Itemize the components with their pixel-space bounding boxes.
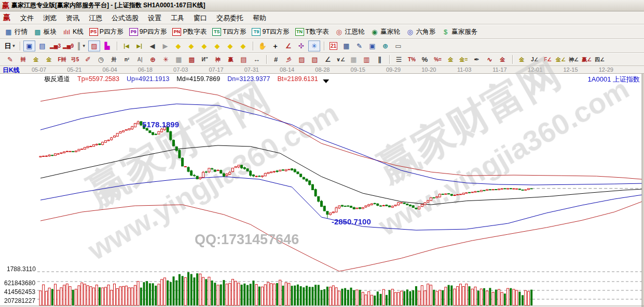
toolbar-button-gann-wheel[interactable]: ◎江恩轮 (335, 28, 365, 36)
angle-lines-icon[interactable]: ∠ (322, 54, 334, 65)
prev-bar-icon[interactable]: ◀ (146, 41, 158, 51)
toolbar-button-kline[interactable]: ılılK线 (62, 28, 84, 36)
shen-icon[interactable]: 神 (212, 54, 224, 65)
calculator-icon[interactable]: ▦ (340, 41, 352, 51)
step3-chart-icon[interactable]: ▂▅3 (49, 41, 61, 51)
pattern-map-icon[interactable]: ▨ (88, 41, 100, 51)
trend-pen-icon[interactable]: ✎ (4, 54, 16, 65)
diamond-expand-icon[interactable]: ◆ (237, 41, 249, 51)
wave-band-icon[interactable]: ∿ (484, 54, 496, 65)
gold-line-icon[interactable]: 金= (458, 54, 470, 65)
menu-item-browse[interactable]: 浏览 (38, 13, 61, 23)
f-fence-icon[interactable]: F卌 (56, 54, 68, 65)
time-clock-icon[interactable]: ◷ (95, 54, 107, 65)
burst-icon[interactable]: ✳ (160, 54, 172, 65)
toolbar-button-winner-service[interactable]: $赢家服务 (441, 28, 477, 36)
mirror-a-icon[interactable]: A| (134, 54, 146, 65)
gold-base-icon[interactable]: 金 (516, 54, 528, 65)
title-bar[interactable]: 赢 赢家江恩专业版[赢家内部服务平台] - [上证指数 SH1A0001-167… (0, 0, 644, 11)
menu-item-window-menu[interactable]: 窗口 (189, 13, 212, 23)
square-grid-icon[interactable]: ▦ (348, 54, 360, 65)
gold-angle-icon[interactable]: 金∠ (555, 54, 567, 65)
first-bar-icon[interactable]: |◀ (120, 41, 132, 51)
diamond-compress-icon[interactable]: ◆ (224, 41, 236, 51)
price-ruler-icon[interactable]: ☰ (393, 54, 405, 65)
shen-angle-icon[interactable]: 神∠ (568, 54, 580, 65)
toolbar-button-t-square[interactable]: TST四方形 (212, 28, 246, 36)
f-angle-icon[interactable]: F∠ (542, 54, 554, 65)
diamond-right-icon[interactable]: ◆ (185, 41, 197, 51)
percent-icon[interactable]: % (419, 54, 431, 65)
calendar-icon[interactable]: 21 (327, 41, 339, 51)
save-icon[interactable]: ▣ (366, 41, 378, 51)
j-angle-icon[interactable]: J∠ (529, 54, 541, 65)
angle-quote-icon[interactable]: И″ (199, 54, 211, 65)
toolbar-button-hexagon[interactable]: ◎六角形 (406, 28, 436, 36)
info-list-icon[interactable]: ▤ (36, 41, 48, 51)
fence-icon[interactable]: 卌 (17, 54, 29, 65)
zoom-window-icon[interactable]: ▣ (23, 41, 35, 51)
brush-icon[interactable]: ✐ (82, 54, 94, 65)
last-bar-icon[interactable]: ▶| (133, 41, 145, 51)
parallel-lines-icon[interactable]: ∥ (374, 54, 386, 65)
diamond-left-icon[interactable]: ◆ (172, 41, 184, 51)
toolbar-button-t-number-table[interactable]: TNT数字表 (295, 28, 329, 36)
ink-pen-icon[interactable]: ✒ (471, 54, 483, 65)
zigzag-icon[interactable]: ∨∠ (335, 54, 347, 65)
toolbar-button-p-square[interactable]: PSP四方形 (89, 28, 124, 36)
export-net-icon[interactable]: ⊕ (379, 41, 391, 51)
next-bar-icon[interactable]: ▶ (159, 41, 171, 51)
menu-item-news[interactable]: 资讯 (61, 13, 84, 23)
toolbar-button-9t-square[interactable]: T99T四方形 (252, 28, 289, 36)
square-grid2-icon[interactable]: ▥ (361, 54, 373, 65)
toolbar-button-p-number-table[interactable]: PNP数字表 (172, 28, 207, 36)
gold-fence-icon[interactable]: 金 (30, 54, 42, 65)
gann-box2-icon[interactable]: ▧ (309, 54, 321, 65)
gann-compass-icon[interactable]: ⊕ (147, 54, 159, 65)
percent-line-icon[interactable]: %= (432, 54, 444, 65)
color-histogram-icon[interactable]: ▙ (101, 41, 113, 51)
menu-item-trade-entrust[interactable]: 交易委托 (212, 13, 248, 23)
gann-shape-icon[interactable]: ✣ (295, 41, 307, 51)
n-square-icon[interactable]: n² (121, 54, 133, 65)
angle-measure-icon[interactable]: ∠ (282, 41, 294, 51)
frame-tool-icon[interactable]: # (270, 54, 282, 65)
si-angle-icon[interactable]: 四∠ (594, 54, 606, 65)
t-percent-icon[interactable]: T% (406, 54, 418, 65)
menu-item-gann[interactable]: 江恩 (84, 13, 107, 23)
toolbar-button-sectors[interactable]: ▩板块 (33, 28, 57, 36)
width-arrow-icon[interactable]: ↔ (251, 54, 263, 65)
net-grid-icon[interactable]: ▦ (173, 54, 185, 65)
menu-item-help[interactable]: 帮助 (248, 13, 271, 23)
spiral5-icon[interactable]: 弓5 (69, 54, 81, 65)
step9-chart-icon[interactable]: ▂▅9 (62, 41, 74, 51)
crosshair-icon[interactable]: ＋ (269, 41, 281, 51)
period-day-dropdown-icon[interactable]: 日▼ (4, 41, 16, 51)
menu-item-formula-picker[interactable]: 公式选股 (107, 13, 143, 23)
memo-icon[interactable]: ✎ (353, 41, 365, 51)
workstation-icon[interactable]: ▭ (392, 41, 404, 51)
smart-analysis-icon[interactable]: ✳ (308, 41, 320, 51)
ying-icon[interactable]: 赢 (225, 54, 237, 65)
number-grid-icon[interactable]: ▤ (238, 54, 250, 65)
drag-hand-icon[interactable]: ✋ (256, 41, 268, 51)
date-tick: 12-15 (563, 66, 578, 73)
k-grid-icon[interactable]: ▩ (186, 54, 198, 65)
gann-box-icon[interactable]: ▨ (296, 54, 308, 65)
candle-style-dropdown-icon[interactable]: ║▼ (75, 41, 87, 51)
toolbar-button-winner-wheel[interactable]: ◉赢家轮 (370, 28, 400, 36)
menu-item-settings[interactable]: 设置 (143, 13, 166, 23)
diamond-h-expand-icon[interactable]: ◆ (198, 41, 210, 51)
gold-underline-icon[interactable]: 金 (497, 54, 509, 65)
chart-plot-area[interactable] (0, 74, 644, 307)
menu-item-file[interactable]: 文件 (16, 13, 38, 23)
diamond-v-expand-icon[interactable]: ◆ (211, 41, 223, 51)
gold-fence2-icon[interactable]: 金 (43, 54, 55, 65)
ying-angle-icon[interactable]: 赢∠ (581, 54, 593, 65)
gold-circle-icon[interactable]: 金 (445, 54, 457, 65)
fence2-icon[interactable]: 卅 (108, 54, 120, 65)
toolbar-button-9p-square[interactable]: P99P四方形 (129, 28, 167, 36)
toolbar-button-quotes[interactable]: ▦行情 (4, 28, 28, 36)
ray-fan-icon[interactable]: 彡 (283, 54, 295, 65)
menu-item-tools[interactable]: 工具 (166, 13, 189, 23)
